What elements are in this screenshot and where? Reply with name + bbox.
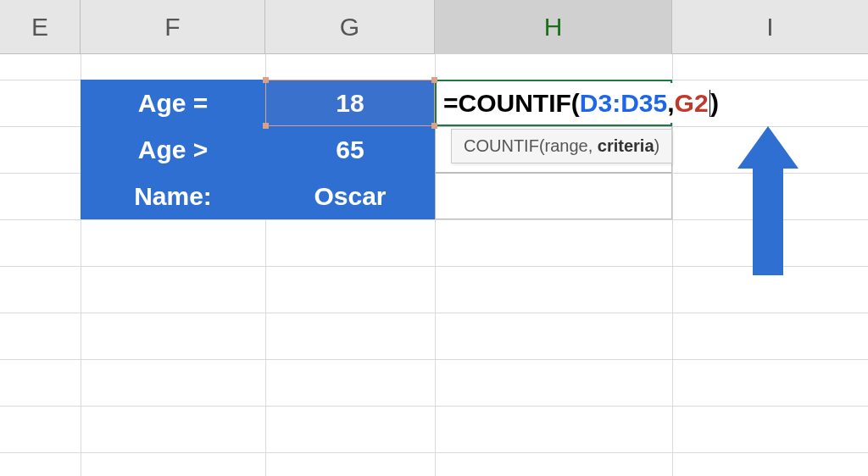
formula-suffix: ) [710,89,719,118]
col-header-E[interactable]: E [0,0,81,54]
cell-F2[interactable]: Age = [81,80,265,126]
col-header-label: F [164,13,180,42]
col-header-I[interactable]: I [672,0,868,54]
column-headers-row: E F G H I [0,0,868,54]
formula-prefix: =COUNTIF( [443,89,580,118]
annotation-arrow [736,126,804,274]
gridline [0,406,868,407]
formula-ref1: D3:D35 [580,89,667,118]
cell-G4[interactable]: Oscar [265,173,435,219]
tooltip-fn: COUNTIF [464,136,539,155]
formula-ref2: G2 [675,89,709,118]
gridline [0,452,868,453]
col-header-H[interactable]: H [435,0,672,54]
tooltip-arg1: range [545,136,588,155]
formula-comma: , [667,89,674,118]
col-header-label: E [31,13,48,42]
col-header-F[interactable]: F [81,0,265,54]
col-header-label: G [340,13,359,42]
spreadsheet-viewport: E F G H I Age = 18 Age > 65 Name: Oscar [0,0,868,476]
gridline [0,313,868,313]
col-header-label: H [544,13,563,42]
gridline [0,359,868,360]
cell-value: 65 [336,136,364,164]
cell-H4[interactable] [435,173,672,219]
cell-value: Name: [134,182,212,211]
cell-G3[interactable]: 65 [265,126,435,173]
cell-value: Oscar [314,182,386,211]
col-header-label: I [766,13,773,42]
formula-input-overlay[interactable]: =COUNTIF(D3:D35,G2) [438,83,721,123]
cell-value: Age = [138,89,209,118]
cell-value: 18 [336,89,364,118]
col-header-G[interactable]: G [265,0,435,54]
arrow-stem [753,167,783,275]
cell-value: Age > [138,136,209,164]
cell-F4[interactable]: Name: [81,173,265,219]
grid-area[interactable]: Age = 18 Age > 65 Name: Oscar =COUNTIF(D… [0,54,868,476]
arrow-head-icon [737,126,798,169]
cell-G2[interactable]: 18 [265,80,435,126]
formula-tooltip: COUNTIF(range, criteria) [451,129,672,163]
cell-F3[interactable]: Age > [81,126,265,173]
tooltip-arg2: criteria [598,136,654,155]
